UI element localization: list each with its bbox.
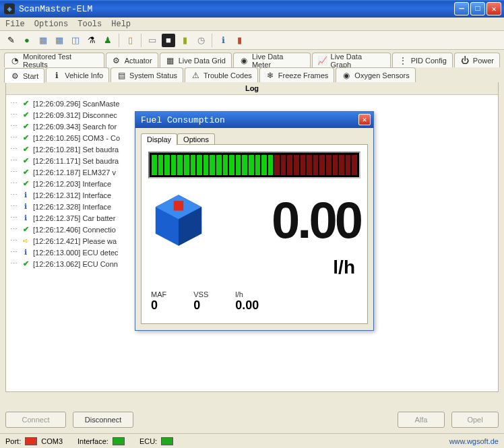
status-port-led <box>25 437 37 445</box>
tab-live-data-graph[interactable]: 📈Live Data Graph <box>312 53 391 67</box>
menu-options[interactable]: Options <box>34 20 68 29</box>
tool-doc-icon[interactable]: ▦ <box>36 34 50 47</box>
arrow-icon: ➪ <box>21 236 30 245</box>
menu-help[interactable]: Help <box>111 20 131 29</box>
tab-power[interactable]: ⏻Power <box>454 53 500 67</box>
tab-label: Oxygen Sensors <box>354 71 409 79</box>
status-iface-label: Interface: <box>77 437 108 445</box>
tab-vehicle-info[interactable]: ℹVehicle Info <box>46 67 109 82</box>
grid-icon: ▦ <box>166 56 175 65</box>
tab-oxygen-sensors[interactable]: ◉Oxygen Sensors <box>336 67 415 82</box>
minimize-button[interactable]: — <box>454 2 469 15</box>
log-text: [12:26:09.343] Search for <box>33 123 117 131</box>
tab-label: Live Data Meter <box>252 53 305 69</box>
led-segment <box>197 155 202 175</box>
window-title: ScanMaster-ELM <box>19 4 92 14</box>
alfa-button[interactable]: Alfa <box>398 412 445 428</box>
led-segment <box>287 155 292 175</box>
tab-actuator[interactable]: ⚙Actuator <box>106 53 158 67</box>
dialog-close-button[interactable]: ✕ <box>358 114 371 125</box>
log-text: [12:26:13.062] ECU Conn <box>33 260 118 268</box>
opel-button[interactable]: Opel <box>451 412 499 428</box>
tab-label: Monitored Test Results <box>23 53 98 69</box>
check-icon: ✔ <box>21 259 30 268</box>
tool-gauge-icon[interactable]: ⚗ <box>85 34 98 47</box>
check-icon: ✔ <box>21 99 30 108</box>
tool-chart-icon[interactable]: ◫ <box>69 34 82 47</box>
tab-pid-config[interactable]: ⋮PID Config <box>392 53 453 67</box>
connect-button[interactable]: Connect <box>5 412 66 428</box>
tool-info-icon[interactable]: ℹ <box>216 34 230 47</box>
tab-system-status[interactable]: ▤System Status <box>111 67 183 82</box>
tool-exit-icon[interactable]: ▮ <box>232 34 246 47</box>
led-segment <box>242 155 247 175</box>
tool-wand-icon[interactable]: ✎ <box>4 34 18 47</box>
gauge-value: 0.00 <box>213 195 360 246</box>
led-segment <box>255 155 261 175</box>
led-segment <box>203 155 209 175</box>
close-button[interactable]: ✕ <box>486 2 501 15</box>
check-icon: ✔ <box>21 110 30 119</box>
led-segment <box>216 155 222 175</box>
tool-clipboard-icon[interactable]: ▯ <box>123 34 137 47</box>
tool-battery-icon[interactable]: ▮ <box>178 34 191 47</box>
gauge-unit: l/h <box>148 257 360 278</box>
tool-globe-icon[interactable]: ● <box>20 34 34 47</box>
status-ecu-led <box>161 437 173 445</box>
menu-file[interactable]: File <box>5 20 25 29</box>
status-ecu-label: ECU: <box>139 437 157 445</box>
stat-value: 0.00 <box>235 298 259 313</box>
window-titlebar: ◈ ScanMaster-ELM — □ ✕ <box>0 0 504 18</box>
app-icon: ◈ <box>4 3 15 14</box>
tool-person-icon[interactable]: ♟ <box>101 34 115 47</box>
tab-label: Freeze Frames <box>278 71 329 79</box>
tab-trouble-codes[interactable]: ⚠Trouble Codes <box>185 67 258 82</box>
status-link[interactable]: www.wgsoft.de <box>449 437 499 445</box>
tool-terminal-icon[interactable]: ■ <box>162 34 175 47</box>
stat-label: MAF <box>151 290 166 298</box>
tab-label: Live Data Graph <box>331 53 385 69</box>
toolbar: ✎ ● ▦ ▦ ◫ ⚗ ♟ ▯ ▭ ■ ▮ ◷ ℹ ▮ <box>0 31 504 50</box>
gauge-icon: ◔ <box>10 56 20 65</box>
tool-dial-icon[interactable]: ◷ <box>194 34 208 47</box>
tab-start[interactable]: ⚙Start <box>4 68 44 83</box>
log-text: [12:26:09.296] ScanMaste <box>33 100 119 108</box>
tool-grid-icon[interactable]: ▦ <box>53 34 66 47</box>
led-segment <box>268 155 274 175</box>
fuel-consumption-dialog: Fuel Consumption ✕ Display Options 0.0 <box>135 111 374 331</box>
led-segment <box>184 155 189 175</box>
log-text: [12:26:11.171] Set baudra <box>33 157 119 165</box>
check-icon: ✔ <box>21 122 30 131</box>
tab-label: Live Data Grid <box>179 57 226 65</box>
tab-label: Actuator <box>125 57 152 65</box>
tab-monitored-test-results[interactable]: ◔Monitored Test Results <box>4 53 104 67</box>
info-icon: ℹ <box>21 191 30 199</box>
tab-live-data-grid[interactable]: ▦Live Data Grid <box>160 53 232 67</box>
led-segment <box>339 155 344 175</box>
log-item: ⋯✔[12:26:09.296] ScanMaste <box>10 98 494 109</box>
menu-tools[interactable]: Tools <box>77 20 102 29</box>
tool-record-icon[interactable]: ▭ <box>146 34 159 47</box>
tab-freeze-frames[interactable]: ❄Freeze Frames <box>259 67 335 82</box>
stat-label: l/h <box>235 290 259 298</box>
tab-live-data-meter[interactable]: ◉Live Data Meter <box>233 53 311 67</box>
check-icon: ✔ <box>21 168 30 177</box>
led-segment <box>352 155 357 175</box>
led-segment <box>164 155 170 175</box>
maximize-button[interactable]: □ <box>470 2 485 15</box>
led-segment <box>326 155 332 175</box>
dialog-titlebar[interactable]: Fuel Consumption ✕ <box>135 112 373 128</box>
stat-lh: l/h0.00 <box>235 290 259 313</box>
tab-label: PID Config <box>411 57 447 65</box>
log-text: [12:26:12.203] Interface <box>33 180 111 188</box>
led-bargraph <box>148 152 360 179</box>
dialog-tab-options[interactable]: Options <box>177 133 215 145</box>
stat-value: 0 <box>193 298 208 313</box>
svg-marker-3 <box>174 201 183 210</box>
tab-label: Vehicle Info <box>65 71 103 79</box>
led-segment <box>333 155 338 175</box>
led-segment <box>171 155 177 175</box>
dialog-tab-display[interactable]: Display <box>141 133 177 145</box>
check-icon: ✔ <box>21 179 30 188</box>
disconnect-button[interactable]: Disconnect <box>73 412 133 428</box>
